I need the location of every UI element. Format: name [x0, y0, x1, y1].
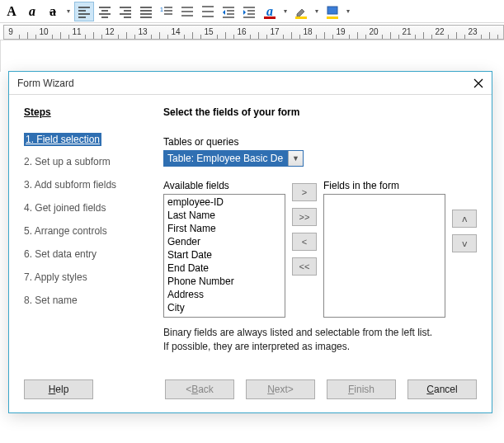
- ruler-number: 12: [105, 27, 114, 36]
- ruler-number: 14: [171, 27, 180, 36]
- ruler-number: 9: [8, 27, 13, 36]
- ruler-number: 21: [402, 27, 411, 36]
- steps-heading: Steps: [24, 106, 144, 118]
- available-field-option[interactable]: City: [166, 301, 283, 314]
- ruler-container: 91011121314151617181920212223: [0, 22, 504, 40]
- ruler-number: 13: [138, 27, 147, 36]
- move-down-button[interactable]: ᴠ: [452, 234, 477, 252]
- available-field-option[interactable]: Last Name: [166, 209, 283, 222]
- close-button[interactable]: [470, 75, 487, 92]
- align-left-button[interactable]: [74, 2, 94, 21]
- svg-marker-35: [243, 10, 246, 15]
- document-area: [0, 40, 504, 72]
- wizard-step-8[interactable]: 8. Set name: [24, 293, 144, 308]
- remove-field-button[interactable]: <: [292, 233, 317, 251]
- finish-button[interactable]: Finish: [327, 379, 396, 399]
- font-color-button[interactable]: a: [260, 2, 280, 21]
- hint-text: Binary fields are always listed and sele…: [163, 326, 477, 354]
- available-field-option[interactable]: Gender: [166, 235, 283, 248]
- bold-button[interactable]: A: [2, 2, 21, 21]
- paragraph-bg-button[interactable]: [323, 2, 342, 21]
- available-field-option[interactable]: First Name: [166, 222, 283, 235]
- form-wizard-dialog: Form Wizard Steps 1. Field selection2. S…: [8, 71, 492, 413]
- wizard-step-4[interactable]: 4. Get joined fields: [24, 200, 144, 215]
- highlight-button[interactable]: [291, 2, 311, 21]
- align-right-button[interactable]: [115, 2, 135, 21]
- chevron-down-icon: ▼: [288, 151, 303, 166]
- paragraph-bg-dropdown[interactable]: ▾: [343, 2, 353, 21]
- available-fields-label: Available fields: [163, 180, 285, 191]
- ruler-number: 11: [72, 27, 81, 36]
- steps-pane: Steps 1. Field selection2. Set up a subf…: [24, 106, 144, 362]
- tables-combo-value: Table: Employee Basic De: [164, 151, 288, 166]
- ruler-number: 20: [369, 27, 378, 36]
- ruler-number: 10: [39, 27, 48, 36]
- available-field-option[interactable]: Address: [166, 288, 283, 301]
- svg-rect-37: [327, 7, 337, 14]
- tables-label: Tables or queries: [163, 136, 477, 148]
- form-fields-label: Fields in the form: [323, 180, 445, 191]
- dialog-footer: Help < Back Next > Finish Cancel: [9, 370, 492, 412]
- available-field-option[interactable]: Start Date: [166, 248, 283, 262]
- ruler-number: 17: [270, 27, 279, 36]
- tables-or-queries-combo[interactable]: Table: Employee Basic De ▼: [163, 150, 304, 167]
- dialog-titlebar: Form Wizard: [9, 72, 492, 95]
- wizard-step-7[interactable]: 7. Apply styles: [24, 270, 144, 285]
- ruler-number: 18: [303, 27, 312, 36]
- add-field-button[interactable]: >: [292, 183, 317, 201]
- formatting-toolbar: A a a ▾ 1 a ▾ ▾ ▾: [0, 0, 504, 22]
- dialog-title: Form Wizard: [17, 78, 470, 89]
- decrease-indent-button[interactable]: [219, 2, 238, 21]
- highlight-dropdown[interactable]: ▾: [312, 2, 322, 21]
- wizard-step-5[interactable]: 5. Arrange controls: [24, 224, 144, 238]
- line-spacing-1-button[interactable]: 1: [157, 2, 177, 21]
- ruler-number: 16: [237, 27, 246, 36]
- justify-button[interactable]: [136, 2, 156, 21]
- svg-marker-30: [223, 10, 225, 15]
- horizontal-ruler[interactable]: 91011121314151617181920212223: [3, 25, 504, 40]
- ruler-number: 22: [435, 27, 444, 36]
- wizard-step-6[interactable]: 6. Set data entry: [24, 247, 144, 262]
- available-field-option[interactable]: Phone Number: [166, 275, 283, 288]
- form-fields-listbox[interactable]: [323, 194, 445, 318]
- available-fields-listbox[interactable]: employee-IDLast NameFirst NameGenderStar…: [163, 194, 285, 318]
- wizard-step-1[interactable]: 1. Field selection: [24, 133, 101, 146]
- remove-all-fields-button[interactable]: <<: [292, 257, 317, 276]
- hint-line-1: Binary fields are always listed and sele…: [163, 327, 432, 338]
- ruler-number: 19: [336, 27, 345, 36]
- italic-button[interactable]: a: [22, 2, 42, 21]
- available-field-option[interactable]: End Date: [166, 262, 283, 275]
- increase-indent-button[interactable]: [239, 2, 259, 21]
- page-heading: Select the fields of your form: [163, 106, 477, 118]
- hint-line-2: If possible, they are interpreted as ima…: [163, 341, 350, 352]
- strike-dropdown[interactable]: ▾: [64, 2, 73, 21]
- strike-button[interactable]: a: [43, 2, 63, 21]
- help-button[interactable]: Help: [24, 379, 93, 399]
- ruler-number: 23: [468, 27, 477, 36]
- cancel-button[interactable]: Cancel: [407, 379, 477, 399]
- line-spacing-15-button[interactable]: [177, 2, 197, 21]
- add-all-fields-button[interactable]: >>: [292, 208, 317, 226]
- line-spacing-2-button[interactable]: [198, 2, 218, 21]
- wizard-step-3[interactable]: 3. Add subform fields: [24, 177, 144, 192]
- next-button[interactable]: Next >: [246, 379, 315, 399]
- align-center-button[interactable]: [95, 2, 115, 21]
- content-pane: Select the fields of your form Tables or…: [163, 106, 477, 362]
- ruler-number: 15: [204, 27, 213, 36]
- available-field-option[interactable]: employee-ID: [166, 196, 283, 209]
- svg-text:1: 1: [160, 7, 163, 12]
- font-color-dropdown[interactable]: ▾: [280, 2, 290, 21]
- back-button[interactable]: < Back: [165, 379, 234, 399]
- svg-marker-36: [297, 9, 304, 16]
- move-up-button[interactable]: ᴧ: [452, 210, 477, 228]
- wizard-step-2[interactable]: 2. Set up a subform: [24, 154, 144, 169]
